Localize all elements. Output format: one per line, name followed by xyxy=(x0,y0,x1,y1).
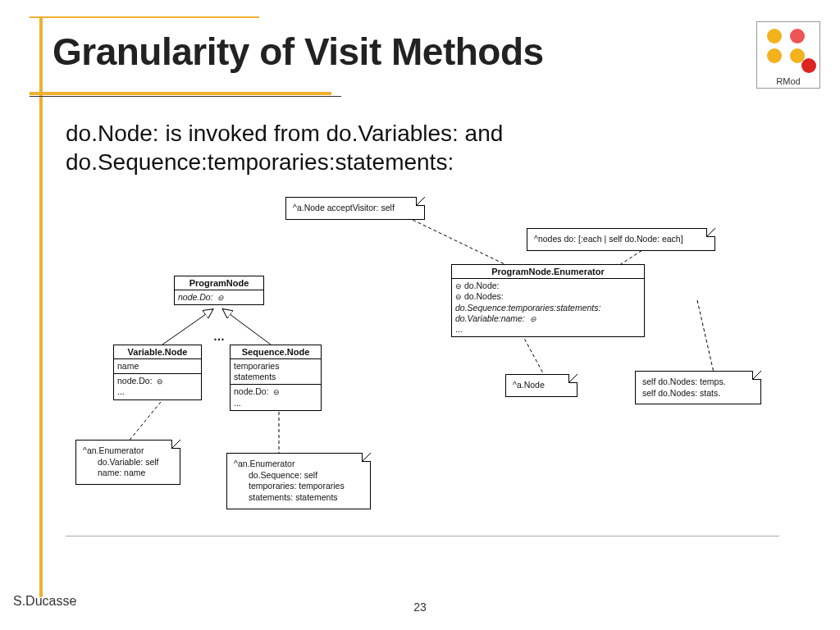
class-method: ... xyxy=(455,324,641,335)
note-enumerator-variable: ^an.Enumerator do.Variable: self name: n… xyxy=(75,440,180,485)
note-line: ^an.Enumerator xyxy=(234,459,363,470)
diagram-separator xyxy=(66,536,779,536)
note-accept-visitor: ^a.Node acceptVisitor: self xyxy=(285,197,425,220)
note-line: temporaries: temporaries xyxy=(234,481,363,492)
class-attribute: statements xyxy=(234,372,317,382)
class-title: ProgramNode xyxy=(175,276,263,290)
class-sequence-node: Sequence.Node temporaries statements nod… xyxy=(230,345,322,411)
class-method: ⊖ do.Nodes: xyxy=(455,291,641,302)
class-attribute: name xyxy=(114,359,201,374)
note-nodes-do-each: ^nodes do: [:each | self do.Node: each] xyxy=(527,228,715,251)
class-method: do.Variable:name: ⊖ xyxy=(455,313,641,324)
logo-dot-icon xyxy=(790,29,805,43)
class-method: ... xyxy=(234,398,317,409)
svg-line-1 xyxy=(230,314,271,345)
logo-dot-icon xyxy=(767,48,782,63)
logo-label: RMod xyxy=(757,76,819,86)
class-attribute: temporaries xyxy=(234,361,317,372)
note-a-node: ^a.Node xyxy=(505,374,578,397)
footer-author: S.Ducasse xyxy=(13,594,76,609)
footer-page-number: 23 xyxy=(413,600,427,614)
note-enumerator-sequence: ^an.Enumerator do.Sequence: self tempora… xyxy=(226,453,371,509)
uml-diagram: ^a.Node acceptVisitor: self ^nodes do: [… xyxy=(66,189,788,541)
logo-dot-icon xyxy=(767,29,782,43)
class-title: ProgramNode.Enumerator xyxy=(452,265,644,279)
note-line: do.Sequence: self xyxy=(234,470,363,482)
class-method: node.Do: ⊖ xyxy=(117,376,198,386)
class-program-node-enumerator: ProgramNode.Enumerator ⊖ do.Node: ⊖ do.N… xyxy=(451,264,645,337)
note-line: self do.Nodes: temps. xyxy=(642,377,754,388)
class-method: do.Sequence:temporaries:statements: xyxy=(455,303,641,313)
page-title: Granularity of Visit Methods xyxy=(52,30,544,74)
accent-vertical xyxy=(39,16,43,597)
accent-top-thin xyxy=(30,16,259,18)
note-line: statements: statements xyxy=(234,492,363,504)
note-line: ^an.Enumerator xyxy=(83,445,173,457)
svg-line-6 xyxy=(127,402,161,443)
class-program-node: ProgramNode node.Do: ⊖ xyxy=(174,276,264,305)
ellipsis-icon: … xyxy=(213,330,226,343)
note-self-do-nodes: self do.Nodes: temps. self do.Nodes: sta… xyxy=(635,371,761,404)
logo-dot-icon xyxy=(801,58,816,73)
rmod-logo: RMod xyxy=(756,21,820,89)
body-paragraph: do.Node: is invoked from do.Variables: a… xyxy=(66,119,689,176)
class-variable-node: Variable.Node name node.Do: ⊖ ... xyxy=(113,345,202,400)
class-method: ⊖ do.Node: xyxy=(455,281,641,291)
note-line: do.Variable: self xyxy=(83,457,173,468)
class-method: node.Do: ⊖ xyxy=(234,386,317,397)
class-title: Variable.Node xyxy=(114,345,201,359)
svg-line-0 xyxy=(162,314,206,345)
class-method: node.Do: ⊖ xyxy=(175,290,263,304)
note-line: name: name xyxy=(83,468,173,479)
note-line: self do.Nodes: stats. xyxy=(642,388,754,399)
svg-line-5 xyxy=(697,300,714,372)
class-method: ... xyxy=(117,386,198,397)
accent-title-underline xyxy=(30,92,331,97)
class-title: Sequence.Node xyxy=(231,345,321,359)
